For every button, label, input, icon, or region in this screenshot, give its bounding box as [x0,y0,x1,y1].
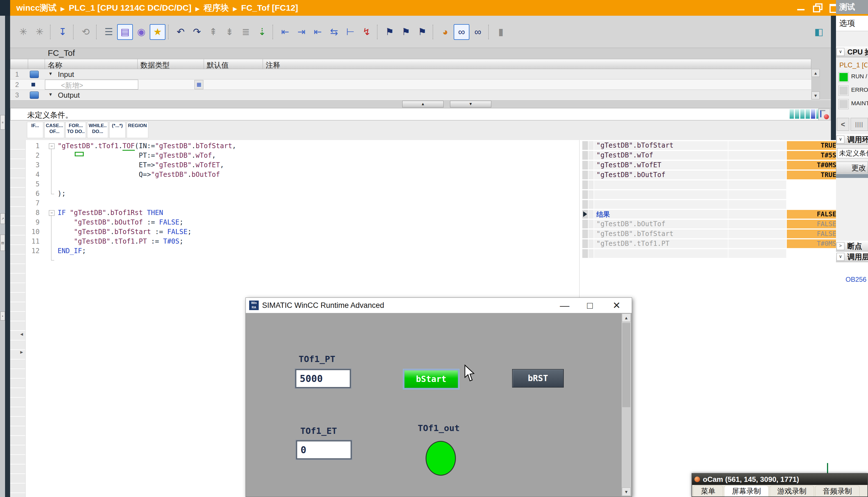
watch-name-cell[interactable]: "gTestDB".bTofStart [594,141,728,150]
table-row[interactable]: 1▼Input [10,69,820,80]
pt-input[interactable] [295,369,351,388]
wincc-maximize-icon[interactable]: □ [580,298,600,312]
ocam-tab-音频录制[interactable]: 音频录制 [815,485,859,496]
wincc-minimize-icon[interactable]: — [555,298,575,312]
watch-name-cell[interactable]: "gTestDB".tTof1.PT [594,239,728,248]
redo-icon[interactable]: ↷ [189,24,205,40]
export-source-icon[interactable]: ↧ [55,24,70,40]
splitter-up-icon[interactable]: ▲ [402,101,443,108]
accept-values-icon[interactable]: ⇣ [254,24,270,40]
breakpoints-header[interactable]: > 断点 [836,241,868,252]
minimize-icon[interactable] [795,2,807,13]
tab-options[interactable]: 选项 [836,16,868,31]
layout-icon[interactable]: ◧ [811,24,827,40]
bookmark-next-icon[interactable]: ⚑ [414,24,430,40]
call-hierarchy-header[interactable]: ∨ 调用层级 [836,252,868,262]
datatype-picker-icon[interactable]: ▦ [194,80,203,89]
align-icon[interactable]: ⊢ [342,24,358,40]
chevron-right-icon[interactable]: > [837,242,844,250]
watch-name-cell[interactable]: "gTestDB".wTofET [594,161,728,170]
call-hierarchy-entry[interactable]: OB256 [845,275,867,283]
watch-name-cell[interactable]: 结果 [594,210,728,218]
watch-name-cell[interactable]: "gTestDB".bTofStart [594,230,728,238]
bookmark-prev-icon[interactable]: ⚑ [398,24,414,40]
add-row-icon[interactable]: ✳ [32,24,47,40]
sidebar-grip-icon[interactable]: |||| [851,118,868,131]
wincc-close-icon[interactable]: ✕ [607,298,626,312]
ocam-tab-游戏录制[interactable]: 游戏录制 [770,485,814,496]
insert-row-icon[interactable]: ✳ [15,24,31,40]
fold-toggle-icon[interactable]: − [49,210,55,216]
splitter-down-icon[interactable]: ▼ [450,101,491,108]
indent-right-icon[interactable]: ⇥ [293,24,309,40]
snippet-if[interactable]: IF... [27,122,43,138]
scroll-up-icon[interactable]: ▲ [622,313,631,322]
renumber-icon[interactable]: ⇆ [326,24,342,40]
breadcrumb-item[interactable]: PLC_1 [CPU 1214C DC/DC/DC] [69,3,192,12]
sidebar-collapse-icon[interactable]: < [837,118,849,131]
wincc-title-bar[interactable]: WinRA SIMATIC WinCC Runtime Advanced — □… [246,298,632,313]
ocam-title-bar[interactable]: oCam (561, 145, 3090, 1771) [692,474,867,485]
favorites-icon[interactable]: ★ [150,24,165,40]
fix-errors-icon[interactable]: ↯ [359,24,374,40]
comments-icon[interactable]: ◉ [134,24,149,40]
cpu-panel-header[interactable]: ∨ CPU 操作面板 [836,46,868,57]
indent-left-icon[interactable]: ⇤ [310,24,326,40]
ocam-tab-屏幕录制[interactable]: 屏幕录制 [724,485,769,496]
new-var-cell[interactable]: <新增> [45,80,138,89]
gutter-right-arrow-icon[interactable]: ▶ [20,350,23,354]
table-row[interactable]: 2<新增>▦ [10,80,820,90]
revert-icon[interactable]: ⟲ [78,24,94,40]
snippet-region[interactable]: REGION [127,122,148,138]
monitor-on-icon[interactable]: ∞ [454,24,469,40]
scroll-down-icon[interactable]: ▼ [812,91,820,99]
expand-triangle-icon[interactable]: ▼ [48,92,53,97]
breadcrumb-item[interactable]: wincc测试 [16,3,56,12]
snippet-for[interactable]: FOR... TO DO.. [66,122,86,138]
upload-icon[interactable]: ⇞ [205,24,221,40]
gutter-left-arrow-icon[interactable]: ◀ [20,332,23,336]
watch-name-cell[interactable]: "gTestDB".bOutTof [594,171,728,179]
expand-triangle-icon[interactable]: ▼ [48,71,53,76]
monitor-skip-icon[interactable]: ∞ [470,24,486,40]
call-env-header[interactable]: ∨ 调用环境 [836,134,868,145]
et-input[interactable] [296,440,352,459]
watch-name-cell[interactable]: "gTestDB".wTof [594,151,728,160]
search-icon[interactable]: ◕ [437,24,453,40]
expand-all-icon[interactable]: ☰ [101,24,116,40]
fold-toggle-icon[interactable]: − [49,143,55,149]
download-icon[interactable]: ⇟ [222,24,237,40]
snapshot-icon[interactable]: ▮ [493,24,509,40]
pane-splitter[interactable]: ▲ ▼ [10,100,831,109]
rail-scroll-button[interactable]: ▤ [0,235,5,251]
ocam-tab-菜单[interactable]: 菜单 [693,485,723,496]
bstart-button[interactable]: bStart [404,370,459,389]
snippet-while[interactable]: WHILE.. DO... [87,122,108,138]
bookmark-new-icon[interactable]: ⚑ [382,24,398,40]
snippet-(*[interactable]: (*...*) [109,122,126,138]
compare-icon[interactable]: ≣ [238,24,254,40]
restore-icon[interactable] [811,2,824,13]
rail-expand-button[interactable]: ↗ [0,213,5,224]
scrollbar-thumb[interactable] [622,323,630,407]
snippet-case[interactable]: CASE... OF... [44,122,64,138]
declaration-view-icon[interactable]: ▤ [117,24,133,40]
chevron-down-icon[interactable]: ∨ [837,253,844,261]
tab-test[interactable]: 测试 [836,0,868,16]
outdent-icon[interactable]: ⇤ [277,24,293,40]
chevron-down-icon[interactable]: ∨ [837,48,844,56]
scroll-down-icon[interactable]: ▼ [622,487,631,496]
chevron-down-icon[interactable]: ∨ [837,136,844,143]
change-button[interactable]: 更改 [836,162,868,173]
table-scrollbar[interactable]: ▲ ▼ [811,69,820,100]
rail-menu-button[interactable]: ≡ [0,115,5,130]
breadcrumb-item[interactable]: 程序块 [204,3,229,12]
brst-button[interactable]: bRST [512,369,564,387]
watch-name-cell[interactable]: "gTestDB".bOutTof [594,220,728,228]
breakpoint-trace-icon[interactable] [818,109,830,120]
table-row[interactable]: 3▼Output [10,90,820,100]
rail-handle-button[interactable]: ▪ [0,312,5,321]
wincc-scrollbar[interactable]: ▲ ▼ [622,313,631,496]
scroll-up-icon[interactable]: ▲ [812,69,820,77]
undo-icon[interactable]: ↶ [173,24,189,40]
